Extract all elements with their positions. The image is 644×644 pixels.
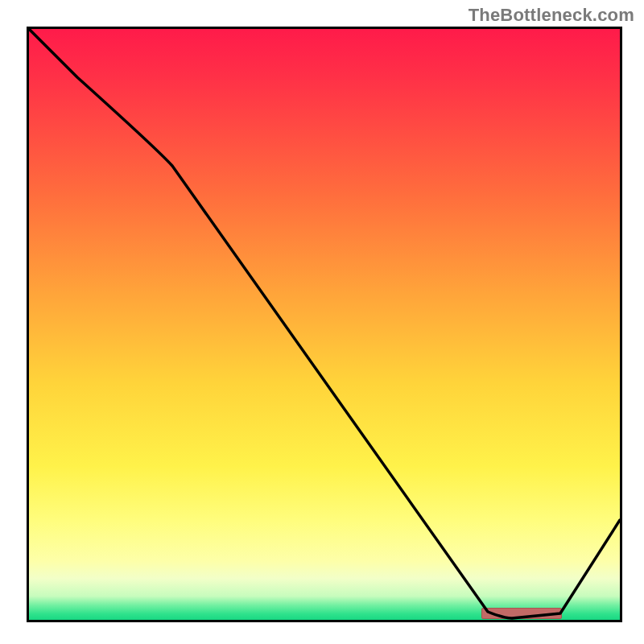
bottleneck-curve [29, 29, 620, 620]
attribution-label: TheBottleneck.com [469, 5, 634, 26]
chart-container: TheBottleneck.com [0, 0, 644, 644]
plot-area [27, 27, 622, 622]
